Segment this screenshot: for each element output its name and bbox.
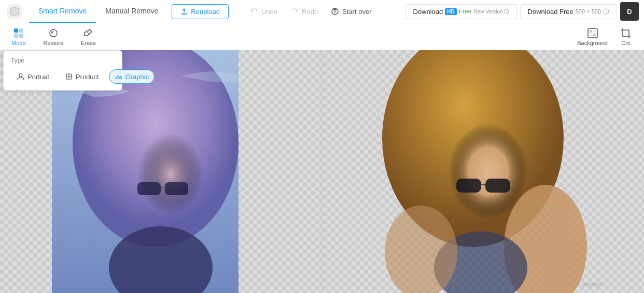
- svg-point-24: [119, 123, 213, 237]
- portrait-icon: [17, 72, 25, 81]
- erase-tool[interactable]: Erase: [77, 25, 100, 48]
- svg-rect-16: [590, 34, 592, 36]
- svg-point-18: [19, 74, 22, 77]
- svg-rect-10: [19, 34, 23, 38]
- info-icon: i: [504, 9, 509, 14]
- svg-point-31: [434, 118, 533, 237]
- info-icon-free: i: [603, 8, 609, 14]
- mode-icon: [13, 27, 24, 39]
- restore-icon: [48, 27, 59, 39]
- erase-icon: [82, 27, 94, 39]
- svg-text:i: i: [606, 10, 607, 13]
- nav-right: Download HD Free New Version i Download …: [405, 2, 639, 21]
- processed-image-container: ⊞ Windows: [323, 50, 644, 293]
- svg-text:⊞ Windows: ⊞ Windows: [577, 282, 601, 287]
- svg-rect-9: [14, 34, 18, 38]
- svg-rect-33: [485, 179, 510, 193]
- background-icon: [587, 27, 598, 39]
- undo-icon: [249, 7, 259, 16]
- svg-text:i: i: [506, 10, 507, 13]
- svg-line-12: [87, 32, 89, 34]
- svg-rect-7: [14, 28, 18, 33]
- type-options: Portrait Product Graphic: [11, 69, 115, 84]
- svg-rect-26: [165, 182, 188, 195]
- start-over-button[interactable]: Start over: [330, 7, 371, 16]
- crop-tool[interactable]: Cro: [615, 25, 637, 48]
- navbar: Smart Remove Manual Remove Reupload Undo…: [0, 0, 644, 23]
- nav-actions: Undo Redo Start over: [249, 7, 372, 16]
- svg-rect-14: [590, 30, 592, 33]
- crop-icon: [620, 27, 632, 39]
- download-dark-button[interactable]: D: [620, 2, 639, 21]
- redo-button[interactable]: Redo: [290, 7, 318, 16]
- svg-rect-32: [456, 179, 481, 193]
- start-over-icon: [330, 7, 340, 16]
- right-canvas-area: ⊞ Windows: [323, 50, 644, 293]
- reupload-icon: [180, 8, 188, 15]
- tab-smart-remove[interactable]: Smart Remove: [29, 0, 96, 23]
- main-content: Type Portrait Product: [0, 50, 644, 293]
- download-hd-button[interactable]: Download HD Free New Version i: [405, 4, 516, 19]
- graphic-icon: [115, 72, 123, 81]
- svg-rect-15: [593, 30, 596, 33]
- type-option-graphic[interactable]: Graphic: [109, 69, 155, 84]
- svg-point-35: [477, 198, 485, 202]
- download-free-button[interactable]: Download Free 500 × 500 i: [520, 4, 617, 19]
- svg-rect-17: [593, 34, 596, 36]
- reupload-button[interactable]: Reupload: [172, 4, 229, 19]
- product-icon: [65, 72, 73, 81]
- redo-icon: [290, 7, 299, 16]
- nav-tabs: Smart Remove Manual Remove: [29, 0, 167, 23]
- app-logo: [5, 2, 24, 21]
- svg-point-11: [50, 30, 57, 37]
- free-badge-hd: Free: [459, 8, 472, 15]
- toolbar: Mode Restore Erase Background: [0, 23, 644, 50]
- new-version-info: New Version i: [473, 9, 509, 14]
- size-info: 500 × 500: [576, 8, 601, 14]
- type-option-portrait[interactable]: Portrait: [11, 69, 55, 84]
- undo-button[interactable]: Undo: [249, 7, 277, 16]
- svg-rect-8: [19, 28, 23, 33]
- hd-badge: HD: [445, 8, 456, 15]
- processed-image: ⊞ Windows: [323, 50, 644, 293]
- tab-manual-remove[interactable]: Manual Remove: [96, 0, 167, 23]
- svg-rect-25: [137, 182, 161, 195]
- type-panel: Type Portrait Product: [3, 50, 122, 91]
- type-label: Type: [11, 57, 115, 64]
- restore-tool[interactable]: Restore: [39, 25, 68, 48]
- svg-rect-13: [588, 28, 597, 38]
- toolbar-right: Background Cro: [572, 25, 637, 48]
- mode-tool[interactable]: Mode: [7, 25, 30, 48]
- type-option-product[interactable]: Product: [59, 69, 105, 84]
- background-tool[interactable]: Background: [572, 25, 613, 48]
